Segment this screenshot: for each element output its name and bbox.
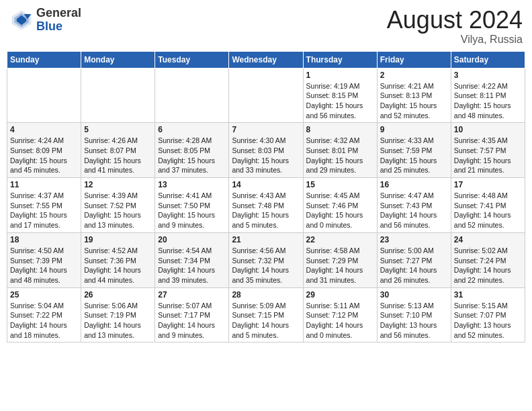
calendar-cell: 17Sunrise: 4:48 AM Sunset: 7:41 PM Dayli… — [451, 178, 525, 233]
day-info: Sunrise: 4:45 AM Sunset: 7:46 PM Dayligh… — [306, 191, 374, 230]
col-header-friday: Friday — [377, 51, 451, 68]
calendar-cell: 16Sunrise: 4:47 AM Sunset: 7:43 PM Dayli… — [377, 178, 451, 233]
calendar-cell: 27Sunrise: 5:07 AM Sunset: 7:17 PM Dayli… — [155, 287, 229, 342]
location: Vilya, Russia — [387, 34, 523, 46]
day-info: Sunrise: 4:48 AM Sunset: 7:41 PM Dayligh… — [454, 191, 522, 230]
calendar-cell: 13Sunrise: 4:41 AM Sunset: 7:50 PM Dayli… — [155, 178, 229, 233]
calendar-cell — [229, 68, 303, 123]
calendar-cell — [7, 68, 81, 123]
day-number: 6 — [158, 125, 226, 134]
day-number: 4 — [10, 125, 78, 134]
col-header-sunday: Sunday — [7, 51, 81, 68]
day-info: Sunrise: 4:56 AM Sunset: 7:32 PM Dayligh… — [232, 246, 300, 285]
day-number: 31 — [454, 290, 522, 300]
calendar-cell: 10Sunrise: 4:35 AM Sunset: 7:57 PM Dayli… — [451, 123, 525, 178]
calendar-table: SundayMondayTuesdayWednesdayThursdayFrid… — [7, 51, 525, 343]
calendar-cell: 21Sunrise: 4:56 AM Sunset: 7:32 PM Dayli… — [229, 232, 303, 287]
calendar-cell — [81, 68, 155, 123]
calendar-cell: 5Sunrise: 4:26 AM Sunset: 8:07 PM Daylig… — [81, 123, 155, 178]
day-info: Sunrise: 4:24 AM Sunset: 8:09 PM Dayligh… — [10, 136, 78, 175]
calendar-cell: 18Sunrise: 4:50 AM Sunset: 7:39 PM Dayli… — [7, 232, 81, 287]
calendar-cell: 3Sunrise: 4:22 AM Sunset: 8:11 PM Daylig… — [451, 68, 525, 123]
day-info: Sunrise: 4:37 AM Sunset: 7:55 PM Dayligh… — [10, 191, 78, 230]
calendar-cell: 11Sunrise: 4:37 AM Sunset: 7:55 PM Dayli… — [7, 178, 81, 233]
calendar-cell: 1Sunrise: 4:19 AM Sunset: 8:15 PM Daylig… — [303, 68, 377, 123]
col-header-tuesday: Tuesday — [155, 51, 229, 68]
day-info: Sunrise: 4:35 AM Sunset: 7:57 PM Dayligh… — [454, 136, 522, 175]
calendar-cell: 31Sunrise: 5:15 AM Sunset: 7:07 PM Dayli… — [451, 287, 525, 342]
day-number: 19 — [84, 235, 152, 244]
calendar-week-row: 1Sunrise: 4:19 AM Sunset: 8:15 PM Daylig… — [7, 68, 525, 123]
col-header-saturday: Saturday — [451, 51, 525, 68]
day-number: 27 — [158, 290, 226, 300]
day-number: 3 — [454, 71, 522, 80]
day-info: Sunrise: 5:13 AM Sunset: 7:10 PM Dayligh… — [380, 301, 448, 340]
day-number: 5 — [84, 125, 152, 134]
day-number: 15 — [306, 180, 374, 189]
calendar-cell: 15Sunrise: 4:45 AM Sunset: 7:46 PM Dayli… — [303, 178, 377, 233]
calendar-cell: 12Sunrise: 4:39 AM Sunset: 7:52 PM Dayli… — [81, 178, 155, 233]
day-number: 30 — [380, 290, 448, 300]
calendar-cell: 24Sunrise: 5:02 AM Sunset: 7:24 PM Dayli… — [451, 232, 525, 287]
day-info: Sunrise: 4:32 AM Sunset: 8:01 PM Dayligh… — [306, 136, 374, 175]
calendar-week-row: 11Sunrise: 4:37 AM Sunset: 7:55 PM Dayli… — [7, 178, 525, 233]
day-number: 2 — [380, 71, 448, 80]
calendar-cell: 26Sunrise: 5:06 AM Sunset: 7:19 PM Dayli… — [81, 287, 155, 342]
day-info: Sunrise: 5:09 AM Sunset: 7:15 PM Dayligh… — [232, 301, 300, 340]
calendar-cell: 28Sunrise: 5:09 AM Sunset: 7:15 PM Dayli… — [229, 287, 303, 342]
calendar-cell: 30Sunrise: 5:13 AM Sunset: 7:10 PM Dayli… — [377, 287, 451, 342]
day-info: Sunrise: 5:00 AM Sunset: 7:27 PM Dayligh… — [380, 246, 448, 285]
day-number: 8 — [306, 125, 374, 134]
calendar-cell: 4Sunrise: 4:24 AM Sunset: 8:09 PM Daylig… — [7, 123, 81, 178]
calendar-cell: 20Sunrise: 4:54 AM Sunset: 7:34 PM Dayli… — [155, 232, 229, 287]
day-info: Sunrise: 4:54 AM Sunset: 7:34 PM Dayligh… — [158, 246, 226, 285]
day-info: Sunrise: 4:58 AM Sunset: 7:29 PM Dayligh… — [306, 246, 374, 285]
day-number: 11 — [10, 180, 78, 189]
day-info: Sunrise: 5:11 AM Sunset: 7:12 PM Dayligh… — [306, 301, 374, 340]
day-number: 12 — [84, 180, 152, 189]
day-number: 20 — [158, 235, 226, 244]
day-info: Sunrise: 4:52 AM Sunset: 7:36 PM Dayligh… — [84, 246, 152, 285]
month-year: August 2024 — [387, 7, 523, 34]
logo: General Blue — [9, 7, 81, 34]
calendar-cell — [155, 68, 229, 123]
calendar-cell: 29Sunrise: 5:11 AM Sunset: 7:12 PM Dayli… — [303, 287, 377, 342]
calendar-header-row: SundayMondayTuesdayWednesdayThursdayFrid… — [7, 51, 525, 68]
day-info: Sunrise: 4:19 AM Sunset: 8:15 PM Dayligh… — [306, 81, 374, 121]
calendar-cell: 2Sunrise: 4:21 AM Sunset: 8:13 PM Daylig… — [377, 68, 451, 123]
col-header-thursday: Thursday — [303, 51, 377, 68]
page-header: General Blue August 2024 Vilya, Russia — [7, 7, 525, 46]
calendar-cell: 19Sunrise: 4:52 AM Sunset: 7:36 PM Dayli… — [81, 232, 155, 287]
day-info: Sunrise: 4:41 AM Sunset: 7:50 PM Dayligh… — [158, 191, 226, 230]
day-info: Sunrise: 4:26 AM Sunset: 8:07 PM Dayligh… — [84, 136, 152, 175]
day-info: Sunrise: 5:04 AM Sunset: 7:22 PM Dayligh… — [10, 301, 78, 340]
logo-text-block: General Blue — [36, 7, 81, 34]
calendar-week-row: 25Sunrise: 5:04 AM Sunset: 7:22 PM Dayli… — [7, 287, 525, 342]
calendar-cell: 7Sunrise: 4:30 AM Sunset: 8:03 PM Daylig… — [229, 123, 303, 178]
day-info: Sunrise: 5:15 AM Sunset: 7:07 PM Dayligh… — [454, 301, 522, 340]
day-number: 17 — [454, 180, 522, 189]
day-number: 10 — [454, 125, 522, 134]
day-info: Sunrise: 4:21 AM Sunset: 8:13 PM Dayligh… — [380, 81, 448, 121]
calendar-cell: 6Sunrise: 4:28 AM Sunset: 8:05 PM Daylig… — [155, 123, 229, 178]
day-info: Sunrise: 4:30 AM Sunset: 8:03 PM Dayligh… — [232, 136, 300, 175]
calendar-cell: 25Sunrise: 5:04 AM Sunset: 7:22 PM Dayli… — [7, 287, 81, 342]
day-info: Sunrise: 5:06 AM Sunset: 7:19 PM Dayligh… — [84, 301, 152, 340]
day-info: Sunrise: 5:02 AM Sunset: 7:24 PM Dayligh… — [454, 246, 522, 285]
calendar-week-row: 18Sunrise: 4:50 AM Sunset: 7:39 PM Dayli… — [7, 232, 525, 287]
day-number: 28 — [232, 290, 300, 300]
day-number: 26 — [84, 290, 152, 300]
logo-icon — [9, 8, 34, 32]
day-number: 13 — [158, 180, 226, 189]
calendar-cell: 14Sunrise: 4:43 AM Sunset: 7:48 PM Dayli… — [229, 178, 303, 233]
day-number: 18 — [10, 235, 78, 244]
calendar-cell: 22Sunrise: 4:58 AM Sunset: 7:29 PM Dayli… — [303, 232, 377, 287]
day-number: 7 — [232, 125, 300, 134]
calendar-cell: 23Sunrise: 5:00 AM Sunset: 7:27 PM Dayli… — [377, 232, 451, 287]
day-number: 22 — [306, 235, 374, 244]
day-number: 1 — [306, 71, 374, 80]
day-info: Sunrise: 4:28 AM Sunset: 8:05 PM Dayligh… — [158, 136, 226, 175]
col-header-monday: Monday — [81, 51, 155, 68]
day-info: Sunrise: 5:07 AM Sunset: 7:17 PM Dayligh… — [158, 301, 226, 340]
day-info: Sunrise: 4:39 AM Sunset: 7:52 PM Dayligh… — [84, 191, 152, 230]
